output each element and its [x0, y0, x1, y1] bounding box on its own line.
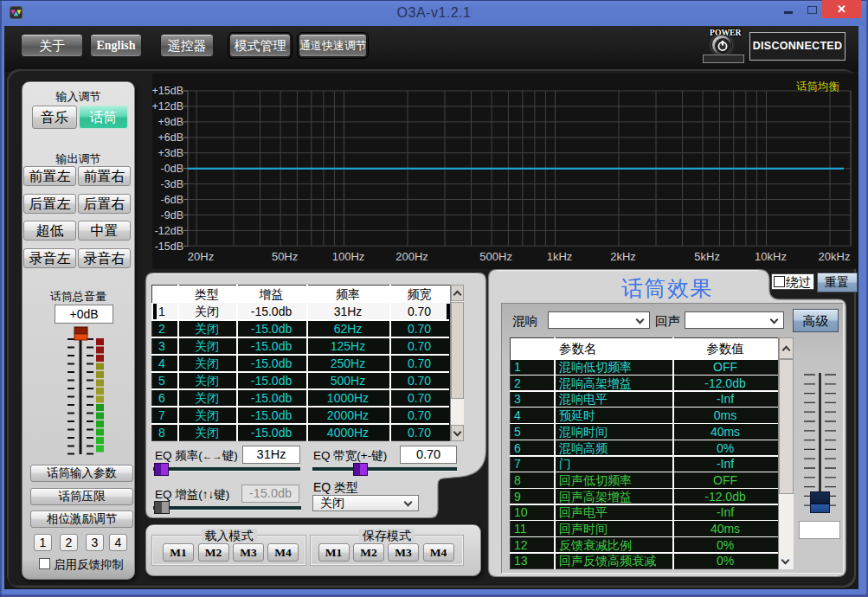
svg-text:200Hz: 200Hz: [395, 250, 428, 263]
svg-text:1kHz: 1kHz: [547, 250, 573, 263]
svg-text:5kHz: 5kHz: [694, 250, 720, 263]
svg-text:-9dB: -9dB: [161, 209, 183, 221]
svg-text:100Hz: 100Hz: [332, 250, 365, 263]
svg-text:500Hz: 500Hz: [479, 250, 512, 263]
svg-text:+9dB: +9dB: [158, 116, 183, 128]
svg-text:+6dB: +6dB: [158, 132, 183, 144]
svg-text:20kHz: 20kHz: [819, 250, 851, 263]
svg-text:+3dB: +3dB: [158, 147, 183, 159]
svg-text:50Hz: 50Hz: [272, 250, 298, 263]
svg-text:-6dB: -6dB: [161, 194, 183, 206]
svg-text:20Hz: 20Hz: [188, 250, 214, 263]
svg-text:-15dB: -15dB: [155, 241, 183, 253]
svg-text:-0dB: -0dB: [161, 163, 183, 175]
svg-text:10kHz: 10kHz: [755, 250, 787, 263]
svg-text:+15dB: +15dB: [152, 85, 183, 97]
svg-text:-12dB: -12dB: [155, 225, 183, 237]
svg-text:-3dB: -3dB: [161, 178, 183, 190]
svg-text:+12dB: +12dB: [152, 100, 183, 112]
svg-text:2kHz: 2kHz: [610, 250, 636, 263]
